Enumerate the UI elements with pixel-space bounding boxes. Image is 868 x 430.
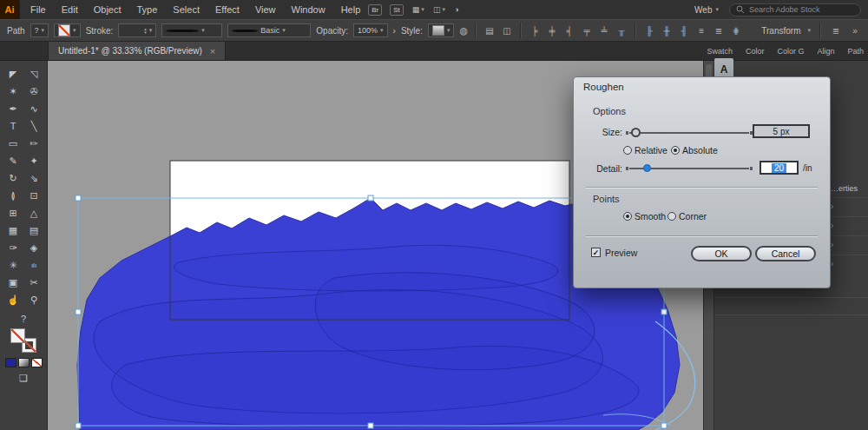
align-vertical-center-icon[interactable]: ╧ xyxy=(598,26,610,36)
gradient-tool[interactable]: ▤ xyxy=(23,222,44,239)
document-layout-icon[interactable]: ◫▾ xyxy=(433,5,445,14)
column-graph-tool[interactable]: ılı xyxy=(23,256,44,274)
detail-value-field[interactable]: 20 xyxy=(760,161,799,175)
size-value-field[interactable]: 5 px xyxy=(753,124,810,138)
direct-selection-tool[interactable]: ◹ xyxy=(23,65,44,83)
workspace-switcher[interactable]: Web▾ xyxy=(694,5,719,15)
pencil-tool[interactable]: ✎ xyxy=(3,152,23,169)
free-transform-tool[interactable]: ⊡ xyxy=(23,187,44,204)
gradient-mode-button[interactable] xyxy=(18,358,30,367)
fill-color-control[interactable]: ?▾ xyxy=(30,23,49,37)
relative-radio[interactable] xyxy=(623,146,632,155)
arrange-documents-icon[interactable]: ▦▾ xyxy=(412,5,424,14)
lasso-tool[interactable]: ✇ xyxy=(23,83,44,100)
panel-tab-color[interactable]: Color xyxy=(746,47,765,56)
graphic-style-control[interactable]: ▾ xyxy=(428,23,455,37)
panel-row[interactable]: › xyxy=(825,235,868,255)
scale-tool[interactable]: ⇘ xyxy=(23,169,44,187)
panel-tab-pathfinder[interactable]: Path xyxy=(847,47,864,56)
brush-definition[interactable]: Basic ▾ xyxy=(227,23,311,37)
align-vertical-bottom-icon[interactable]: ╥ xyxy=(615,26,628,36)
opacity-value[interactable]: 100%▾ xyxy=(353,23,388,37)
selection-tool[interactable]: ◤ xyxy=(3,65,23,83)
align-horizontal-center-icon[interactable]: ╪ xyxy=(546,26,558,36)
ok-button[interactable]: OK xyxy=(691,246,752,261)
close-tab-icon[interactable]: × xyxy=(210,46,215,56)
panel-menu-icon[interactable]: ≣ xyxy=(830,26,842,36)
blend-tool[interactable]: ◈ xyxy=(23,239,44,256)
distribute-top-icon[interactable]: ╟ xyxy=(643,26,655,36)
width-tool[interactable]: ≬ xyxy=(3,187,23,204)
transform-label[interactable]: Transform xyxy=(761,26,800,36)
draw-mode-icon[interactable]: ❏ xyxy=(19,373,28,384)
rotate-tool[interactable]: ↻ xyxy=(3,169,23,187)
line-segment-tool[interactable]: ╲ xyxy=(23,117,44,135)
align-horizontal-left-icon[interactable]: ╞ xyxy=(529,26,541,36)
align-horizontal-right-icon[interactable]: ╡ xyxy=(563,26,575,36)
panel-tab-color-guide[interactable]: Color G xyxy=(777,47,804,56)
panel-tab-align[interactable]: Align xyxy=(817,47,834,56)
align-vertical-top-icon[interactable]: ╤ xyxy=(581,26,593,36)
overflow-icon[interactable]: » xyxy=(849,26,861,36)
transform-arrow-icon[interactable]: ▾ xyxy=(807,27,811,34)
variable-width-profile[interactable]: ▾ xyxy=(161,23,222,37)
fill-swatch[interactable] xyxy=(10,328,25,343)
menu-effect[interactable]: Effect xyxy=(215,4,240,15)
smooth-radio[interactable] xyxy=(623,212,632,221)
shape-builder-tool[interactable]: ⊞ xyxy=(3,204,23,222)
mesh-tool[interactable]: ▦ xyxy=(3,222,23,239)
document-setup-icon[interactable]: ▤ xyxy=(483,26,496,36)
hand-tool[interactable]: ☝ xyxy=(3,291,23,308)
stroke-weight-stepper[interactable]: ▴▾ ▾ xyxy=(118,23,156,37)
document-tab[interactable]: Untitled-1* @ 33.33% (RGB/Preview) × xyxy=(48,42,226,60)
size-slider-track[interactable] xyxy=(629,132,749,134)
rectangle-tool[interactable]: ▭ xyxy=(3,135,23,152)
menu-view[interactable]: View xyxy=(255,4,276,15)
search-input[interactable]: Search Adobe Stock xyxy=(729,3,861,17)
menu-object[interactable]: Object xyxy=(94,4,122,15)
panel-row[interactable]: › xyxy=(825,216,868,235)
menu-type[interactable]: Type xyxy=(137,4,158,15)
distribute-right-icon[interactable]: ⋕ xyxy=(730,26,742,36)
document-setup-globe-icon[interactable]: ◍ xyxy=(459,25,468,36)
opacity-more-chevron[interactable]: › xyxy=(393,26,396,36)
menu-file[interactable]: File xyxy=(30,4,46,15)
stepper-arrows-icon[interactable]: ▴▾ xyxy=(144,27,147,34)
distribute-vcenter-icon[interactable]: ╫ xyxy=(661,26,673,36)
curvature-tool[interactable]: ∿ xyxy=(23,100,44,117)
panel-row[interactable]: › xyxy=(825,255,868,274)
menu-window[interactable]: Window xyxy=(292,4,326,15)
share-icon[interactable]: ◑ xyxy=(454,5,458,14)
distribute-hcenter-icon[interactable]: ≣ xyxy=(713,26,725,36)
shaper-tool[interactable]: ✦ xyxy=(23,152,44,169)
none-mode-button[interactable] xyxy=(31,358,43,367)
help-icon[interactable]: ? xyxy=(21,314,26,324)
size-slider-knob[interactable] xyxy=(631,128,641,137)
color-mode-button[interactable] xyxy=(5,358,16,367)
symbol-sprayer-tool[interactable]: ✳ xyxy=(3,256,23,274)
distribute-left-icon[interactable]: ≡ xyxy=(695,26,707,36)
distribute-bottom-icon[interactable]: ╢ xyxy=(678,26,690,36)
perspective-grid-tool[interactable]: △ xyxy=(23,204,44,222)
zoom-tool[interactable]: ⚲ xyxy=(23,291,44,308)
bridge-button[interactable]: Br xyxy=(368,4,382,16)
eyedropper-tool[interactable]: ✑ xyxy=(3,239,23,256)
absolute-radio[interactable] xyxy=(671,146,680,155)
panel-tab-swatches[interactable]: Swatch xyxy=(707,47,733,56)
corner-radio[interactable] xyxy=(667,212,676,221)
preview-checkbox[interactable]: ✓ xyxy=(591,248,601,257)
preferences-icon[interactable]: ◫ xyxy=(501,26,513,36)
artboard-tool[interactable]: ▣ xyxy=(3,274,23,291)
slice-tool[interactable]: ✂ xyxy=(23,274,44,291)
stock-button[interactable]: St xyxy=(390,4,404,16)
type-tool[interactable]: T xyxy=(3,117,23,135)
pen-tool[interactable]: ✒ xyxy=(3,100,23,117)
panel-row[interactable]: › xyxy=(825,197,868,216)
menu-select[interactable]: Select xyxy=(173,4,200,15)
menu-help[interactable]: Help xyxy=(341,4,361,15)
paintbrush-tool[interactable]: ✏ xyxy=(23,135,44,152)
stroke-color-control[interactable]: ▾ xyxy=(54,23,81,37)
detail-slider-knob[interactable] xyxy=(643,164,651,172)
cancel-button[interactable]: Cancel xyxy=(755,246,816,261)
menu-edit[interactable]: Edit xyxy=(62,4,78,15)
